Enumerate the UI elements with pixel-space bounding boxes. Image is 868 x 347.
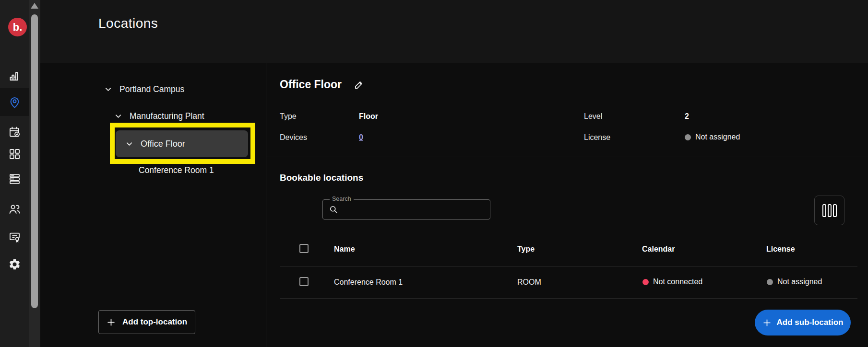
search-field[interactable]: Search [322,199,490,220]
columns-icon [822,204,826,217]
field-label-license: License [584,133,610,142]
column-header-name: Name [334,245,355,254]
search-icon [329,205,338,214]
plus-icon [762,318,772,327]
calendar-status-text: Not connected [653,278,702,286]
sidebar-item-apps[interactable] [0,142,29,165]
tree-item-label: Manufacturing Plant [130,111,204,121]
chevron-down-icon [115,113,122,120]
pencil-icon [354,80,364,90]
column-header-license: License [766,245,795,254]
grid-icon [8,148,21,161]
section-divider [266,157,868,157]
location-pin-icon [8,96,21,109]
brand-logo[interactable]: b. [8,18,27,36]
chevron-down-icon [105,86,112,93]
bookable-locations-heading: Bookable locations [280,173,363,183]
page-header: Locations [40,0,868,63]
tree-item-label: Portland Campus [119,84,184,94]
sidebar-item-analytics[interactable] [0,64,29,87]
column-settings-button[interactable] [814,196,844,225]
tree-item-conference-room-1[interactable]: Conference Room 1 [139,165,214,175]
location-title: Office Floor [280,78,342,91]
add-sub-location-label: Add sub-location [777,318,844,327]
add-top-location-button[interactable]: Add top-location [98,310,195,334]
license-status-text: Not assigned [777,278,822,286]
tree-item-portland-campus[interactable]: Portland Campus [105,84,184,94]
status-dot-red [642,279,649,285]
status-dot-gray [685,134,691,140]
plus-icon [107,318,116,327]
annotation-highlight-box [110,123,255,164]
sidebar-item-licenses[interactable] [0,225,29,248]
sidebar-item-devices[interactable] [0,167,29,190]
row-checkbox[interactable] [299,277,309,286]
field-label-type: Type [280,112,297,121]
sidebar-item-users[interactable] [0,197,29,220]
sidebar-item-settings[interactable] [0,253,29,276]
table-row[interactable]: Conference Room 1 ROOM Not connected Not… [280,266,857,298]
bar-chart-icon [8,69,21,82]
server-stack-icon [8,173,21,185]
select-all-checkbox[interactable] [299,244,309,253]
calendar-check-icon [8,126,21,139]
edit-location-button[interactable] [354,80,365,91]
search-input[interactable] [342,206,490,214]
license-doc-icon [8,231,21,243]
column-header-calendar: Calendar [642,245,675,254]
field-value-level: 2 [685,112,689,121]
devices-count-link[interactable]: 0 [359,133,363,142]
cell-type: ROOM [517,278,541,287]
cell-calendar-status: Not connected [642,278,702,286]
page-scrollbar[interactable] [29,0,40,347]
gear-icon [8,258,21,271]
sidebar-item-bookings[interactable] [0,120,29,143]
field-label-level: Level [584,112,602,121]
scrollbar-thumb[interactable] [31,14,38,308]
field-value-type: Floor [359,112,378,121]
sidebar: b. [0,0,29,347]
add-top-location-label: Add top-location [122,317,187,327]
panel-divider [266,63,266,347]
cell-license-status: Not assigned [767,278,822,286]
scrollbar-up-arrow-icon[interactable] [31,3,38,9]
cell-name: Conference Room 1 [334,278,403,287]
page-title: Locations [98,16,158,31]
column-header-type: Type [517,245,535,254]
tree-item-label: Conference Room 1 [139,165,214,175]
table-divider [280,298,857,299]
status-dot-gray [767,279,773,285]
people-icon [8,203,21,216]
brand-logo-text: b. [13,21,23,34]
search-field-label: Search [330,196,354,202]
app-window: b. [0,0,868,347]
tree-item-manufacturing-plant[interactable]: Manufacturing Plant [115,111,204,121]
license-status: Not assigned [685,133,740,141]
add-sub-location-button[interactable]: Add sub-location [755,310,851,335]
license-status-text: Not assigned [695,133,740,141]
sidebar-item-locations[interactable] [0,88,29,116]
field-label-devices: Devices [280,133,307,142]
